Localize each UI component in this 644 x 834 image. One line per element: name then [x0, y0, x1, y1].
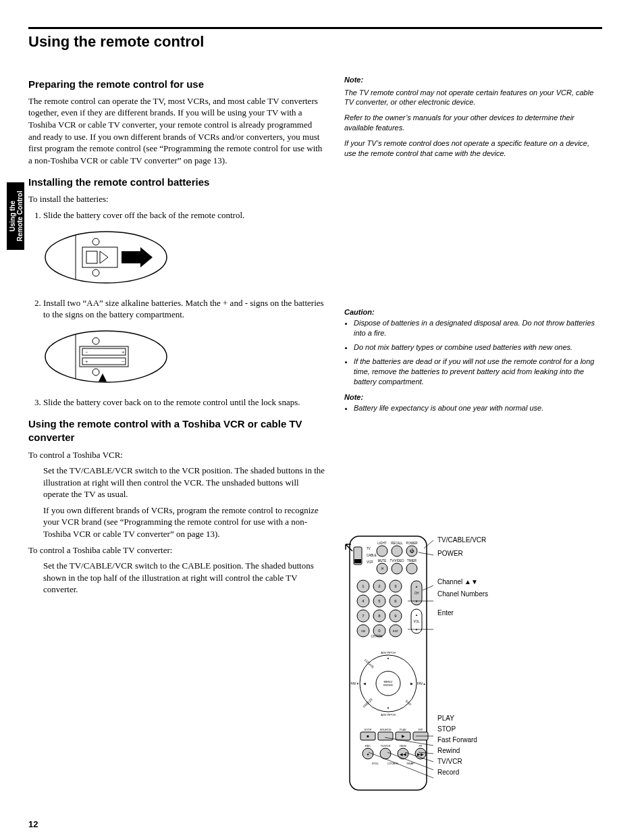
para-install-lead: To install the batteries:	[28, 193, 325, 205]
svg-text:CH RTN: CH RTN	[371, 635, 383, 638]
svg-text:▼: ▼	[415, 600, 418, 603]
svg-text:■: ■	[367, 734, 369, 738]
svg-text:FF: FF	[419, 744, 423, 748]
svg-rect-12	[82, 348, 126, 355]
svg-point-28	[392, 546, 402, 556]
svg-text:CABLE: CABLE	[367, 554, 377, 557]
svg-text:100: 100	[361, 629, 366, 633]
svg-text:◀: ◀	[363, 682, 366, 685]
svg-text:STOP: STOP	[365, 728, 372, 731]
caution-a: Dispose of batteries in a designated dis…	[354, 318, 602, 338]
note1-a: The TV remote control may not operate ce…	[344, 88, 602, 108]
svg-text:▶: ▶	[410, 682, 413, 685]
remote-callouts: TV/CABLE/VCR POWER Channel ▲▼ Chanel Num…	[437, 535, 488, 791]
svg-text:PIP: PIP	[419, 728, 423, 731]
svg-text:✕: ✕	[381, 567, 384, 571]
svg-text:▼: ▼	[387, 706, 390, 710]
callout-play: PLAY	[437, 714, 488, 723]
svg-text:RECALL: RECALL	[391, 542, 403, 545]
svg-text:TIMER: TIMER	[407, 559, 417, 563]
note1-b: Refer to the owner’s manuals for your ot…	[344, 113, 602, 133]
callout-tvvcr: TV/VCR	[437, 758, 488, 766]
svg-text:LIGHT: LIGHT	[377, 542, 387, 545]
svg-text:ENTER: ENTER	[383, 683, 393, 687]
caution-c: If the batteries are dead or if you will…	[354, 357, 602, 387]
callout-enter: Enter	[437, 609, 488, 617]
note2-label: Note:	[344, 392, 602, 402]
svg-text:TV/VIDEO: TV/VIDEO	[390, 559, 404, 563]
note1-label: Note:	[344, 75, 602, 85]
step-3: Slide the battery cover back on to the r…	[43, 396, 325, 409]
heading-prepare: Preparing the remote control for use	[28, 78, 325, 91]
remote-diagram: TV CABLE VCR LIGHT RECALL POWER ⏻	[344, 535, 432, 791]
callout-tvcablevcr: TV/CABLE/VCR	[437, 536, 488, 544]
note1-c: If your TV’s remote control does not ope…	[344, 138, 602, 159]
diagram-batteries: − + + −	[42, 326, 184, 387]
svg-text:+: +	[122, 349, 125, 355]
svg-text:FAV▼: FAV▼	[350, 682, 359, 685]
svg-text:VOL: VOL	[413, 620, 420, 623]
caution-b: Do not mix battery types or combine used…	[354, 342, 602, 353]
svg-rect-6	[122, 251, 140, 263]
page-number: 12	[28, 818, 602, 831]
svg-text:▲: ▲	[415, 613, 418, 617]
svg-text:ENT: ENT	[393, 629, 399, 633]
side-tab-line2: Remote Control	[16, 191, 24, 242]
svg-text:TV: TV	[367, 547, 371, 550]
rule-top	[28, 27, 602, 29]
callout-channel: Channel ▲▼	[437, 578, 488, 586]
svg-point-37	[406, 563, 417, 574]
para-vcr-1: Set the TV/CABLE/VCR switch to the VCR p…	[43, 465, 325, 500]
svg-text:+: +	[85, 359, 88, 365]
note2-a: Battery life expectancy is about one yea…	[354, 403, 602, 413]
svg-text:▲: ▲	[387, 656, 390, 660]
diagram-battery-cover	[42, 227, 184, 288]
svg-text:STILL: STILL	[372, 762, 379, 765]
svg-text:◀◀: ◀◀	[400, 752, 406, 756]
heading-install: Installing the remote control batteries	[28, 176, 325, 189]
caution-label: Caution:	[344, 307, 602, 317]
para-cable-lead: To control a Toshiba cable TV converter:	[28, 544, 325, 556]
svg-text:TV/VCR: TV/VCR	[381, 744, 391, 748]
svg-text:VCR: VCR	[367, 561, 373, 564]
page-title: Using the remote control	[28, 32, 602, 52]
para-vcr-lead: To control a Toshiba VCR:	[28, 449, 325, 461]
svg-point-27	[377, 546, 387, 556]
side-tab-line1: Using the	[9, 201, 16, 232]
callout-ff: Fast Forward	[437, 736, 488, 744]
svg-point-36	[392, 563, 402, 574]
svg-text:FAV▲: FAV▲	[417, 682, 426, 685]
svg-text:ADV PIPCH: ADV PIPCH	[381, 713, 396, 716]
callout-stop: STOP	[437, 725, 488, 733]
callout-power: POWER	[437, 550, 488, 558]
svg-text:●: ●	[367, 752, 369, 756]
remote-diagram-wrap: TV CABLE VCR LIGHT RECALL POWER ⏻	[344, 535, 602, 791]
svg-rect-5	[86, 251, 97, 263]
svg-text:−: −	[85, 349, 88, 355]
svg-text:⏻: ⏻	[410, 548, 414, 553]
svg-rect-89	[378, 732, 393, 740]
svg-text:REW: REW	[400, 744, 406, 748]
heading-toshiba: Using the remote control with a Toshiba …	[28, 417, 325, 445]
svg-text:SOURCE: SOURCE	[379, 728, 391, 731]
callout-rewind: Rewind	[437, 747, 488, 755]
side-column: Note: The TV remote control may not oper…	[344, 68, 602, 792]
para-vcr-2: If you own different brands of VCRs, pro…	[43, 504, 325, 540]
svg-text:PLAY: PLAY	[400, 728, 406, 731]
svg-text:▲: ▲	[415, 585, 418, 588]
side-tab: Using the Remote Control	[7, 182, 24, 250]
callout-record: Record	[437, 768, 488, 777]
svg-text:MUTE: MUTE	[378, 559, 387, 563]
svg-text:▼: ▼	[415, 628, 418, 631]
svg-rect-20	[354, 559, 361, 563]
svg-text:▶: ▶	[402, 734, 405, 738]
para-prepare: The remote control can operate the TV, m…	[28, 95, 325, 166]
svg-text:CH: CH	[414, 592, 419, 595]
svg-text:ADV PIPCH: ADV PIPCH	[381, 651, 396, 654]
svg-rect-13	[82, 358, 126, 365]
callout-numbers: Chanel Numbers	[437, 590, 488, 598]
svg-text:REC: REC	[365, 744, 371, 748]
svg-text:POWER: POWER	[406, 542, 418, 545]
main-column: Preparing the remote control for use The…	[28, 68, 325, 792]
step-2: Install two “AA” size alkaline batteries…	[43, 297, 325, 321]
